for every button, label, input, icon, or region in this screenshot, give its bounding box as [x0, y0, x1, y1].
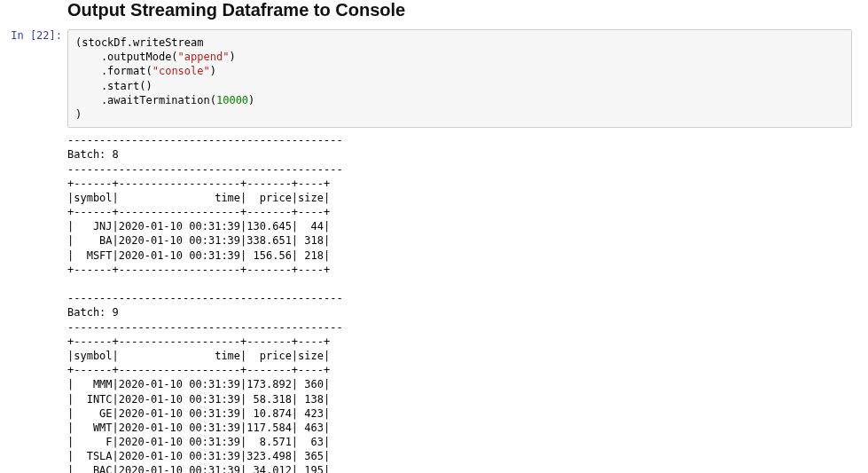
output-row: ----------------------------------------…	[0, 133, 868, 473]
stdout-output: ----------------------------------------…	[67, 133, 868, 473]
code-token: .awaitTermination(	[75, 94, 216, 106]
input-prompt: In [22]:	[0, 29, 67, 43]
code-token: .writeStream	[127, 36, 204, 49]
code-token: )	[248, 94, 254, 106]
code-number: 10000	[216, 94, 248, 106]
code-string: "append"	[178, 51, 230, 63]
code-cell[interactable]: (stockDf.writeStream .outputMode("append…	[67, 29, 852, 128]
code-token: .outputMode(	[75, 51, 178, 63]
code-token: )	[75, 108, 82, 121]
code-cell-row: In [22]: (stockDf.writeStream .outputMod…	[0, 29, 868, 128]
code-token: )	[210, 65, 216, 77]
code-string: "console"	[152, 65, 210, 77]
code-token: .start()	[75, 80, 152, 92]
notebook: Output Streaming Dataframe to Console In…	[0, 0, 868, 473]
code-token: .format(	[75, 65, 152, 77]
code-token: )	[229, 51, 235, 63]
code-token: (stockDf	[75, 36, 127, 49]
section-heading: Output Streaming Dataframe to Console	[67, 0, 405, 20]
